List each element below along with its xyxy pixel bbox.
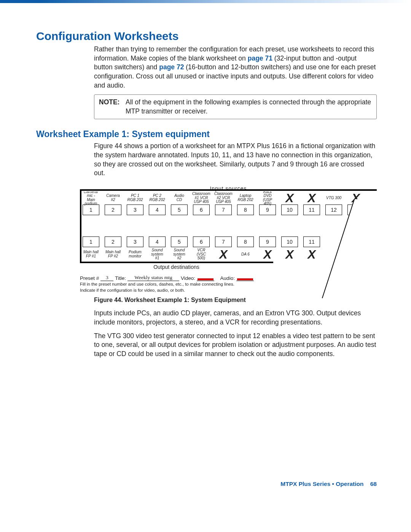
input-cell: X10 <box>281 192 298 215</box>
example1-intro: Figure 44 shows a portion of a worksheet… <box>94 142 377 178</box>
subsection-heading: Worksheet Example 1: System equipment <box>36 129 377 139</box>
output-cell: 2Main hall FP #2 <box>104 236 122 262</box>
input-number: 7 <box>215 204 232 215</box>
input-cell: Audio CD5 <box>170 192 188 215</box>
audio-label: Audio: <box>220 275 235 281</box>
input-cell: PC 1 RGB 2023 <box>126 192 144 215</box>
diagram-top-rule <box>81 189 377 191</box>
input-number: 2 <box>105 204 121 215</box>
input-number: 12 <box>325 204 342 215</box>
input-cell: Classroom #2 VCR USP 4057 <box>215 192 232 215</box>
output-cell: 9X <box>259 236 276 262</box>
intro-paragraph: Rather than trying to remember the confi… <box>94 45 377 90</box>
preset-label: Preset # <box>80 275 99 281</box>
output-number: 4 <box>149 236 166 247</box>
output-number: 10 <box>281 236 298 247</box>
crossed-out-input: X <box>285 192 293 204</box>
input-label: PC 2 RGB 202 <box>149 192 165 204</box>
example1-p1: Figure 44 shows a portion of a worksheet… <box>94 142 377 178</box>
page-71-link[interactable]: page 71 <box>248 54 272 62</box>
title-value: Weekly status mtg <box>127 275 179 281</box>
output-label: Sound system #1 <box>151 247 163 262</box>
output-label: Podium monitor <box>129 247 142 262</box>
input-row: Camera/ mic - Main podium1Camera #22PC 1… <box>81 192 377 215</box>
output-cell: 4Sound system #1 <box>148 236 166 262</box>
output-destinations-label: Output destinations <box>80 264 273 270</box>
crossed-out-output: X <box>219 247 227 262</box>
output-number: 11 <box>303 236 320 247</box>
input-cell: VTG 30012 <box>325 192 342 215</box>
input-number: 9 <box>259 204 276 215</box>
input-cell: Laptop RGB 2028 <box>237 192 254 215</box>
output-cell: 1Main hall FP #1 <box>82 236 100 262</box>
input-cell: X11 <box>303 192 320 215</box>
input-cell: PC 2 RGB 2024 <box>148 192 166 215</box>
input-number: 3 <box>127 204 143 215</box>
input-cell: Classroom #1 VCR USP 4056 <box>193 192 210 215</box>
output-cell: 5Sound system #2 <box>170 236 188 262</box>
input-label: Audio CD <box>174 192 184 204</box>
output-cell: 7X <box>215 236 232 262</box>
crossed-out-output: X <box>263 247 271 262</box>
output-number: 7 <box>215 236 232 247</box>
input-cell: Rack DVD (USP 405)9 <box>259 192 276 215</box>
after-p2: The VTG 300 video test generator connect… <box>94 332 377 359</box>
input-label: Camera #2 <box>106 192 120 204</box>
footer-series: MTPX Plus Series • Operation <box>280 481 363 487</box>
output-number: 6 <box>193 236 210 247</box>
output-label: DA 6 <box>241 247 250 262</box>
note-label: NOTE: <box>99 98 126 116</box>
output-cell: 11X <box>303 236 320 262</box>
after-figure-text: Inputs include PCs, an audio CD player, … <box>94 309 377 358</box>
title-label: Title: <box>115 275 126 281</box>
input-label: VTG 300 <box>326 192 341 204</box>
input-label: Classroom #2 VCR USP 405 <box>214 192 233 204</box>
note-box: NOTE: All of the equipment in the follow… <box>94 94 377 119</box>
video-color-swatch <box>197 277 214 281</box>
input-label: Camera/ mic - Main podium <box>82 192 100 204</box>
output-number: 9 <box>259 236 276 247</box>
output-number: 5 <box>171 236 188 247</box>
output-label: Main hall FP #2 <box>105 247 121 262</box>
input-number: 5 <box>171 204 188 215</box>
output-label: Main hall FP #1 <box>83 247 99 262</box>
crossed-out-output: X <box>285 247 293 262</box>
output-cell: 6VCR (VSC 500) <box>193 236 210 262</box>
video-label: Video: <box>181 275 195 281</box>
input-number: 11 <box>303 204 320 215</box>
crossed-out-input: X <box>307 192 315 204</box>
note-text: All of the equipment in the following ex… <box>126 98 372 116</box>
input-number: 10 <box>281 204 298 215</box>
input-number: 6 <box>193 204 210 215</box>
output-label: Sound system #2 <box>173 247 185 262</box>
input-label: Laptop RGB 202 <box>237 192 253 204</box>
output-number: 2 <box>105 236 121 247</box>
figure-44-diagram: Input sources Camera/ mic - Main podium1… <box>80 183 377 293</box>
after-p1: Inputs include PCs, an audio CD player, … <box>94 309 377 327</box>
output-row: 1Main hall FP #12Main hall FP #23Podium … <box>81 236 377 262</box>
output-number: 1 <box>83 236 99 247</box>
output-cell: 3Podium monitor <box>126 236 144 262</box>
input-cell: Camera #22 <box>104 192 122 215</box>
audio-color-swatch <box>236 277 254 281</box>
section-heading: Configuration Worksheets <box>36 30 377 43</box>
input-number: 8 <box>237 204 254 215</box>
page-72-link[interactable]: page 72 <box>159 63 184 71</box>
page-footer: MTPX Plus Series • Operation 68 <box>36 481 377 499</box>
input-label: PC 1 RGB 202 <box>127 192 143 204</box>
page-top-accent <box>0 0 411 3</box>
output-number: 8 <box>237 236 254 247</box>
page-content: Configuration Worksheets Rather than try… <box>0 30 411 499</box>
input-label: Classroom #1 VCR USP 405 <box>192 192 210 204</box>
input-number: 4 <box>149 204 166 215</box>
diagram-bottom-rule <box>81 262 273 263</box>
output-cell: 8DA 6 <box>237 236 254 262</box>
footer-page-number: 68 <box>370 481 377 487</box>
input-number: 1 <box>83 204 99 215</box>
input-label: Rack DVD (USP 405) <box>259 192 276 204</box>
output-number: 3 <box>127 236 143 247</box>
crossed-out-output: X <box>307 247 315 262</box>
input-cell: Camera/ mic - Main podium1 <box>82 192 100 215</box>
output-label: VCR (VSC 500) <box>193 247 210 262</box>
preset-number-value: 3 <box>100 275 113 281</box>
